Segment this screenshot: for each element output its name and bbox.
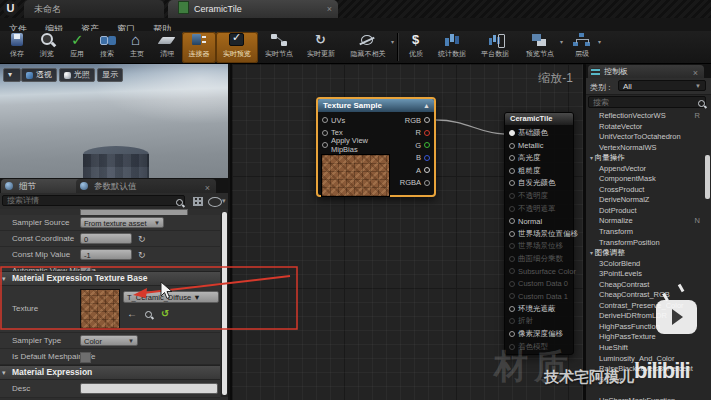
toolbar-button-apply[interactable]: 应用: [62, 32, 92, 63]
palette-item[interactable]: 3PointLevels: [586, 269, 706, 280]
property-combobox[interactable]: From texture asset▼: [80, 217, 164, 228]
collapse-icon[interactable]: ▲: [423, 99, 430, 112]
grid-view-icon[interactable]: [193, 197, 203, 206]
section-header-texture-base[interactable]: Material Expression Texture Base: [0, 271, 220, 286]
material-input-pin[interactable]: [509, 143, 515, 149]
details-scrollbar[interactable]: [221, 212, 228, 397]
window-tab-untitled[interactable]: 未命名: [24, 0, 164, 18]
palette-item[interactable]: VertexNormalWS: [586, 143, 706, 154]
material-input-pin[interactable]: [509, 318, 515, 324]
toolbar-button-browse[interactable]: 浏览: [32, 32, 62, 63]
material-input-pin[interactable]: [509, 168, 515, 174]
value-rotate-icon[interactable]: ↻: [138, 250, 148, 260]
output-pin-r[interactable]: [424, 130, 430, 136]
output-pin-a[interactable]: [424, 167, 430, 173]
palette-item[interactable]: 3ColorBlend: [586, 259, 706, 270]
toolbar-button-code[interactable]: 优质: [401, 32, 431, 63]
category-combobox[interactable]: All ▼: [618, 80, 706, 91]
palette-category[interactable]: 向量操作: [586, 153, 706, 164]
material-input-pin[interactable]: [509, 218, 515, 224]
palette-item[interactable]: CheapContrast: [586, 280, 706, 291]
output-pin-g[interactable]: [424, 142, 430, 148]
output-pin-b[interactable]: [424, 155, 430, 161]
palette-category[interactable]: 图像调整: [586, 248, 706, 259]
toolbar-button-live-preview[interactable]: 实时预览: [216, 32, 258, 63]
toolbar-button-platform[interactable]: 平台数据: [473, 32, 517, 63]
viewport-button-显示[interactable]: 显示: [97, 68, 123, 82]
find-in-browser-icon[interactable]: [145, 311, 152, 318]
texture-sample-node[interactable]: Texture Sample ▲ UVsTexApply View MipBia…: [316, 97, 436, 197]
palette-item[interactable]: UnSharpMaskFunction: [586, 396, 706, 400]
toolbar-button-search[interactable]: 搜索: [92, 32, 122, 63]
palette-item[interactable]: NormalizeN: [586, 216, 706, 227]
material-input-pin[interactable]: [509, 193, 515, 199]
section-header-material-expression[interactable]: Material Expression: [0, 365, 220, 380]
material-input-pin[interactable]: [509, 180, 515, 186]
material-result-node[interactable]: CeramicTile 基础颜色Metallic高光度粗糙度自发光颜色不透明度不…: [504, 112, 574, 355]
material-input-pin[interactable]: [509, 293, 515, 299]
palette-item[interactable]: UnitVectorToOctahedron: [586, 132, 706, 143]
reset-to-default-icon[interactable]: ↺: [161, 308, 169, 319]
scrollbar-thumb[interactable]: [222, 212, 227, 395]
material-input-pin[interactable]: [509, 281, 515, 287]
material-input-pin[interactable]: [509, 268, 515, 274]
palette-item[interactable]: Transform: [586, 227, 706, 238]
toolbar-button-hierarchy[interactable]: ▾层级: [563, 32, 601, 63]
node-header[interactable]: Texture Sample ▲: [318, 99, 434, 112]
sampler-type-combobox[interactable]: Color ▼: [80, 335, 138, 346]
palette-item[interactable]: ReflectionVectorWSR: [586, 111, 706, 122]
palette-item[interactable]: HueShift: [586, 343, 706, 354]
back-arrow-icon[interactable]: ←: [127, 308, 137, 319]
material-input-pin[interactable]: [509, 306, 515, 312]
texture-asset-combobox[interactable]: T_Ceramic_Diffuse ▼: [123, 291, 219, 303]
eye-filter-icon[interactable]: [208, 197, 222, 207]
toolbar-button-hide[interactable]: ▾隐藏不相关: [342, 32, 394, 63]
value-rotate-icon[interactable]: ↻: [138, 234, 148, 244]
palette-item[interactable]: CrossProduct: [586, 185, 706, 196]
close-icon[interactable]: ×: [327, 3, 332, 15]
palette-item[interactable]: DotProduct: [586, 206, 706, 217]
preview-viewport[interactable]: ▾ 透视光照显示 Z X: [0, 64, 228, 178]
details-search-input[interactable]: [2, 195, 185, 206]
viewport-button-透视[interactable]: 透视: [21, 68, 57, 82]
texture-thumbnail[interactable]: [80, 289, 120, 329]
viewport-options-dropdown[interactable]: ▾: [3, 68, 21, 82]
window-tab-ceramictile[interactable]: CeramicTile ×: [168, 0, 338, 18]
input-pin[interactable]: [322, 117, 328, 123]
palette-scrollbar-thumb[interactable]: [705, 155, 710, 199]
palette-item[interactable]: TransformPosition: [586, 238, 706, 249]
input-pin[interactable]: [322, 130, 328, 136]
toolbar-button-connectors[interactable]: 连接器: [182, 32, 216, 63]
output-pin-rgb[interactable]: [424, 117, 430, 123]
toolbar-button-live-update[interactable]: 实时更新: [300, 32, 342, 63]
toolbar-button-home[interactable]: 主页: [122, 32, 152, 63]
toolbar-button-preview-nodes[interactable]: ▾预览节点: [517, 32, 563, 63]
output-pin-rgba[interactable]: [424, 180, 430, 186]
toolbar-button-save[interactable]: 保存: [2, 32, 32, 63]
palette-search-input[interactable]: [588, 96, 706, 108]
toolbar-button-cleanup[interactable]: 清理: [152, 32, 182, 63]
palette-item[interactable]: HighPassTexture: [586, 332, 706, 343]
material-input-pin[interactable]: [509, 243, 515, 249]
property-number-input[interactable]: -1: [80, 249, 132, 260]
material-input-pin[interactable]: [509, 206, 515, 212]
viewport-button-光照[interactable]: 光照: [59, 68, 95, 82]
meshpaint-checkbox[interactable]: [80, 352, 91, 363]
material-input-pin[interactable]: [509, 155, 515, 161]
palette-item[interactable]: RotateVector: [586, 122, 706, 133]
desc-input[interactable]: [80, 383, 218, 394]
palette-item[interactable]: ComponentMask: [586, 174, 706, 185]
material-input-pin[interactable]: [509, 130, 515, 136]
toolbar-button-stats[interactable]: 统计数据: [431, 32, 473, 63]
palette-item[interactable]: DeriveNormalZ: [586, 195, 706, 206]
material-input-pin[interactable]: [509, 256, 515, 262]
toolbar-button-live-nodes[interactable]: 实时节点: [258, 32, 300, 63]
node-header[interactable]: CeramicTile: [505, 113, 573, 125]
tab-palette[interactable]: 控制板 ×: [588, 65, 704, 78]
material-input-pin[interactable]: [509, 331, 515, 337]
input-pin[interactable]: [322, 142, 328, 148]
property-number-input[interactable]: 0: [80, 233, 132, 244]
material-input-pin[interactable]: [509, 231, 515, 237]
tab-parameter-defaults[interactable]: 参数默认值 ×: [76, 179, 216, 193]
palette-item[interactable]: AppendVector: [586, 164, 706, 175]
